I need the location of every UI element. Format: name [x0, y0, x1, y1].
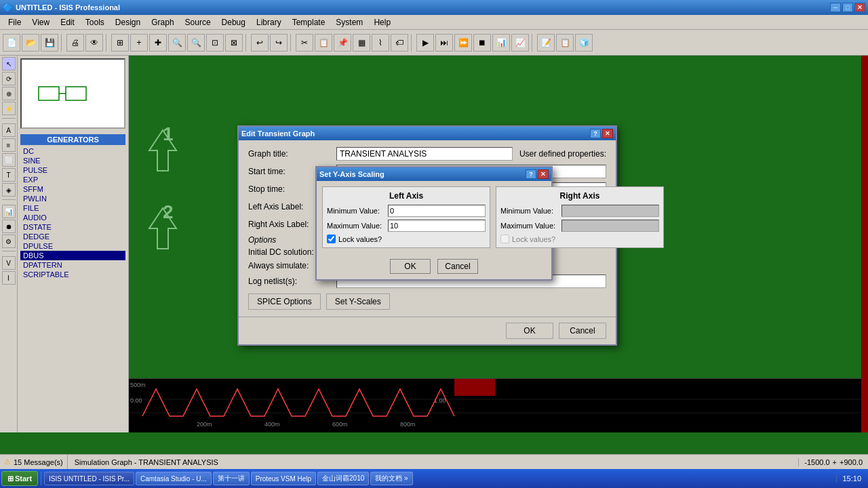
menu-template[interactable]: Template: [287, 16, 331, 28]
tape-tool[interactable]: ⏺: [2, 220, 16, 233]
tb-block[interactable]: ▦: [353, 34, 370, 52]
spice-options-btn[interactable]: SPICE Options: [248, 293, 321, 310]
taskbar-item-lecture[interactable]: 第十一讲: [213, 472, 250, 485]
component-tool[interactable]: ⟳: [2, 72, 16, 85]
right-min-input[interactable]: [561, 205, 659, 217]
tb-simulate[interactable]: ▶: [416, 34, 434, 52]
terminal-tool[interactable]: T: [2, 168, 16, 182]
tb-save[interactable]: 💾: [41, 34, 58, 52]
tb-wire[interactable]: ⌇: [372, 34, 389, 52]
gen-dbus[interactable]: DBUS: [20, 251, 125, 260]
port-tool[interactable]: ◈: [2, 183, 16, 197]
svg-text:200m: 200m: [197, 421, 212, 428]
left-max-input[interactable]: [388, 220, 486, 232]
tb-graph[interactable]: 📈: [511, 34, 529, 52]
set-y-scales-btn[interactable]: Set Y-Scales: [326, 293, 390, 310]
tb-cut[interactable]: ✂: [296, 34, 313, 52]
current-probe[interactable]: I: [2, 271, 16, 285]
sub-circuit[interactable]: ⬜: [2, 153, 16, 167]
tb-copy[interactable]: 📋: [315, 34, 332, 52]
junction-tool[interactable]: ⊕: [2, 87, 16, 100]
gen-dstate[interactable]: DSTATE: [20, 222, 125, 232]
generator-tool[interactable]: ⚙: [2, 235, 16, 248]
outer-cancel-btn[interactable]: Cancel: [559, 323, 606, 339]
graph-title-input[interactable]: [336, 147, 513, 161]
menu-file[interactable]: File: [3, 16, 26, 28]
gen-sffm[interactable]: SFFM: [20, 184, 125, 194]
menu-view[interactable]: View: [26, 16, 55, 28]
tb-origin[interactable]: +: [130, 34, 148, 52]
message-count: 15 Message(s): [14, 458, 63, 466]
tb-grid[interactable]: ⊞: [111, 34, 129, 52]
wire-tool[interactable]: ⚡: [2, 102, 16, 115]
inner-close-btn[interactable]: ✕: [538, 169, 549, 179]
gen-pwlin[interactable]: PWLIN: [20, 194, 125, 203]
menu-source[interactable]: Source: [180, 16, 216, 28]
tb-sep6: [532, 34, 534, 52]
taskbar-item-camtasia[interactable]: Camtasia Studio - U...: [136, 472, 212, 485]
gen-pulse[interactable]: PULSE: [20, 165, 125, 175]
gen-scriptable[interactable]: SCRIPTABLE: [20, 270, 125, 279]
select-tool[interactable]: ↖: [2, 57, 16, 70]
text-tool[interactable]: A: [2, 123, 16, 137]
tb-zoom-in[interactable]: 🔍: [168, 34, 186, 52]
taskbar-item-proteus[interactable]: Proteus VSM Help: [251, 472, 316, 485]
maximize-btn[interactable]: □: [842, 3, 853, 12]
tb-sim2[interactable]: ⏭: [435, 34, 453, 52]
menu-help[interactable]: Help: [368, 16, 396, 28]
inner-help-btn[interactable]: ?: [526, 169, 536, 179]
left-min-input[interactable]: [388, 205, 486, 217]
taskbar-item-docs[interactable]: 我的文档 »: [370, 472, 412, 485]
tb-paste[interactable]: 📌: [334, 34, 351, 52]
taskbar-item-jinshan[interactable]: 金山词霸2010: [317, 472, 369, 485]
tb-label[interactable]: 🏷: [391, 34, 408, 52]
tb-zoom-all[interactable]: ⊠: [225, 34, 243, 52]
dialog-close-btn[interactable]: ✕: [602, 129, 613, 138]
tb-3d[interactable]: 🧊: [575, 34, 593, 52]
tb-zoom-out[interactable]: 🔍: [187, 34, 205, 52]
menu-debug[interactable]: Debug: [216, 16, 251, 28]
taskbar-item-isis[interactable]: ISIS UNTITLED - ISIS Pr...: [44, 472, 134, 485]
bus-tool[interactable]: ≡: [2, 138, 16, 152]
gen-dpulse[interactable]: DPULSE: [20, 241, 125, 251]
menu-design[interactable]: Design: [110, 16, 146, 28]
voltage-probe[interactable]: V: [2, 256, 16, 270]
main-toolbar: 📄 📂 💾 🖨 👁 ⊞ + ✚ 🔍 🔍 ⊡ ⊠ ↩ ↪ ✂ 📋 📌 ▦ ⌇ 🏷 …: [0, 30, 868, 56]
tb-zoom-fit[interactable]: ⊡: [206, 34, 224, 52]
menu-system[interactable]: System: [330, 16, 368, 28]
tb-print[interactable]: 🖨: [66, 34, 84, 52]
gen-audio[interactable]: AUDIO: [20, 213, 125, 222]
left-lock-checkbox[interactable]: [327, 235, 336, 243]
minimize-btn[interactable]: ─: [830, 3, 841, 12]
gen-dc[interactable]: DC: [20, 146, 125, 156]
tb-add[interactable]: ✚: [149, 34, 167, 52]
tb-redo[interactable]: ↪: [270, 34, 288, 52]
outer-ok-btn[interactable]: OK: [506, 323, 553, 339]
tb-undo[interactable]: ↩: [251, 34, 269, 52]
menu-graph[interactable]: Graph: [146, 16, 179, 28]
graph-tool[interactable]: 📊: [2, 205, 16, 218]
close-btn[interactable]: ✕: [854, 3, 865, 12]
gen-dedge[interactable]: DEDGE: [20, 232, 125, 241]
start-button[interactable]: ⊞ Start: [1, 471, 38, 486]
dialog-help-btn[interactable]: ?: [590, 129, 601, 138]
gen-dpattern[interactable]: DPATTERN: [20, 260, 125, 270]
tb-netlist[interactable]: 📝: [537, 34, 555, 52]
tb-new[interactable]: 📄: [3, 34, 20, 52]
tb-bom[interactable]: 📋: [556, 34, 574, 52]
tb-sim4[interactable]: ⏹: [473, 34, 491, 52]
inner-ok-btn[interactable]: OK: [390, 259, 431, 274]
tb-probe[interactable]: 📊: [492, 34, 510, 52]
tb-sim3[interactable]: ⏩: [454, 34, 472, 52]
menu-library[interactable]: Library: [251, 16, 287, 28]
inner-cancel-btn[interactable]: Cancel: [437, 259, 478, 274]
gen-sine[interactable]: SINE: [20, 156, 125, 165]
gen-file[interactable]: FILE: [20, 203, 125, 213]
tb-open[interactable]: 📂: [22, 34, 39, 52]
menu-edit[interactable]: Edit: [55, 16, 80, 28]
right-lock-checkbox[interactable]: [500, 235, 509, 243]
tb-preview[interactable]: 👁: [85, 34, 103, 52]
gen-exp[interactable]: EXP: [20, 175, 125, 184]
menu-tools[interactable]: Tools: [80, 16, 110, 28]
right-max-input[interactable]: [561, 220, 659, 232]
